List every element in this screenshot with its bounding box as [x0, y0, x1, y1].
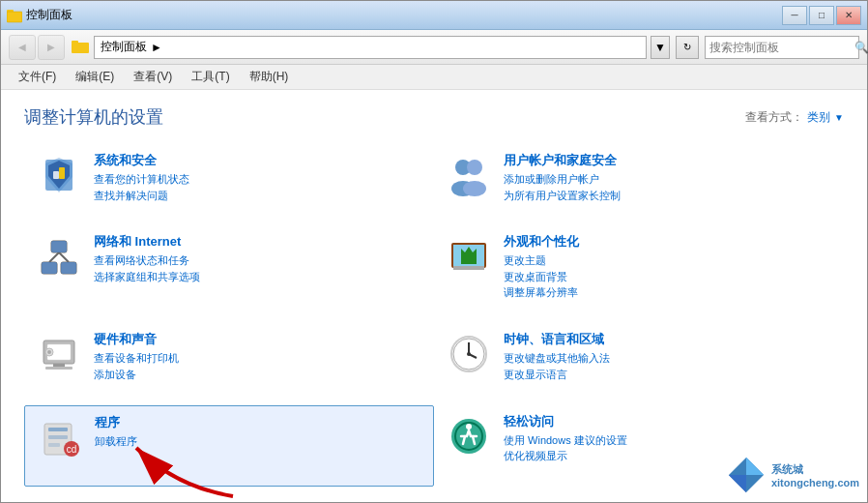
- user-accounts-desc-2: 为所有用户设置家长控制: [504, 188, 621, 204]
- main-wrapper: 调整计算机的设置 查看方式： 类别 ▼: [1, 90, 867, 502]
- address-box[interactable]: 控制面板 ►: [94, 36, 647, 59]
- close-button[interactable]: ✕: [836, 6, 861, 25]
- svg-point-45: [466, 424, 472, 429]
- hardware-text: 硬件和声音 查看设备和打印机 添加设备: [94, 331, 179, 382]
- search-input[interactable]: [709, 41, 854, 54]
- user-accounts-desc: 添加或删除用户帐户 为所有用户设置家长控制: [504, 171, 621, 203]
- network-title: 网络和 Internet: [94, 233, 200, 251]
- search-box[interactable]: 🔍: [705, 36, 859, 59]
- appearance-desc-1: 更改主题: [504, 252, 579, 269]
- menu-tools[interactable]: 工具(T): [186, 67, 235, 87]
- user-accounts-desc-1: 添加或删除用户帐户: [504, 171, 621, 188]
- menu-bar: 文件(F) 编辑(E) 查看(V) 工具(T) 帮助(H): [1, 65, 867, 90]
- system-security-icon: [36, 152, 82, 198]
- svg-rect-40: [48, 443, 60, 447]
- cp-item-system-security[interactable]: 系统和安全 查看您的计算机状态 查找并解决问题: [24, 144, 434, 225]
- title-text: 控制面板: [26, 7, 72, 23]
- clock-icon: [446, 331, 492, 377]
- hardware-icon: [36, 331, 82, 377]
- minimize-button[interactable]: ─: [782, 6, 807, 25]
- watermark-logo: [727, 456, 766, 494]
- cp-item-programs[interactable]: cd 程序 卸载程序: [24, 405, 434, 487]
- svg-rect-19: [42, 262, 57, 274]
- hardware-desc: 查看设备和打印机 添加设备: [94, 350, 179, 382]
- refresh-button[interactable]: ↻: [676, 36, 699, 59]
- items-grid: 系统和安全 查看您的计算机状态 查找并解决问题: [24, 144, 844, 487]
- appearance-title: 外观和个性化: [504, 233, 579, 251]
- hardware-desc-1: 查看设备和打印机: [94, 350, 179, 367]
- programs-text: 程序 卸载程序: [95, 414, 137, 450]
- address-separator: ►: [151, 41, 162, 54]
- cp-item-hardware[interactable]: 硬件和声音 查看设备和打印机 添加设备: [24, 323, 434, 404]
- svg-rect-29: [45, 367, 72, 370]
- accessibility-desc-1: 使用 Windows 建议的设置: [504, 432, 627, 449]
- view-mode-value[interactable]: 类别: [807, 109, 830, 126]
- maximize-button[interactable]: □: [809, 6, 834, 25]
- network-text: 网络和 Internet 查看网络状态和任务 选择家庭组和共享选项: [94, 233, 200, 284]
- clock-title: 时钟、语言和区域: [504, 331, 610, 348]
- svg-marker-51: [729, 475, 746, 492]
- nav-back-forward: ◀ ▶: [9, 35, 65, 60]
- cp-item-clock[interactable]: 时钟、语言和区域 更改键盘或其他输入法 更改显示语言: [434, 323, 844, 404]
- appearance-desc: 更改主题 更改桌面背景 调整屏幕分辨率: [504, 252, 579, 301]
- cp-item-user-accounts[interactable]: 用户帐户和家庭安全 添加或删除用户帐户 为所有用户设置家长控制: [434, 144, 844, 225]
- clock-text: 时钟、语言和区域 更改键盘或其他输入法 更改显示语言: [504, 331, 610, 382]
- programs-desc: 卸载程序: [95, 433, 137, 450]
- title-bar: 控制面板 ─ □ ✕: [1, 1, 867, 30]
- svg-point-13: [463, 181, 486, 196]
- programs-title: 程序: [95, 414, 137, 431]
- svg-line-18: [59, 252, 69, 262]
- user-accounts-icon: [446, 152, 492, 198]
- user-accounts-text: 用户帐户和家庭安全 添加或删除用户帐户 为所有用户设置家长控制: [504, 152, 621, 203]
- page-header: 调整计算机的设置 查看方式： 类别 ▼: [24, 105, 844, 129]
- accessibility-icon: [446, 413, 492, 459]
- watermark-text: 系统城 xitongcheng.com: [771, 462, 859, 488]
- forward-button[interactable]: ▶: [38, 35, 65, 60]
- address-folder-icon: [71, 40, 90, 55]
- svg-rect-38: [48, 428, 68, 431]
- address-dropdown-button[interactable]: ▼: [651, 36, 670, 59]
- main-window: 控制面板 ─ □ ✕ ◀ ▶ 控制面板 ►: [0, 0, 868, 503]
- svg-rect-28: [53, 364, 65, 367]
- search-icon: 🔍: [854, 41, 868, 54]
- title-controls: ─ □ ✕: [782, 6, 861, 25]
- svg-line-17: [49, 252, 59, 262]
- menu-view[interactable]: 查看(V): [128, 67, 178, 87]
- accessibility-desc-2: 优化视频显示: [504, 448, 627, 464]
- user-accounts-title: 用户帐户和家庭安全: [504, 152, 621, 169]
- network-icon: [36, 233, 82, 280]
- svg-rect-8: [53, 171, 59, 179]
- watermark-label1: 系统城: [771, 462, 859, 477]
- svg-marker-50: [746, 458, 764, 475]
- programs-desc-1: 卸载程序: [95, 433, 137, 450]
- svg-text:cd: cd: [67, 444, 77, 455]
- view-mode-arrow-icon[interactable]: ▼: [834, 112, 844, 123]
- menu-help[interactable]: 帮助(H): [244, 67, 295, 87]
- watermark: 系统城 xitongcheng.com: [727, 456, 859, 494]
- svg-rect-0: [7, 12, 22, 22]
- menu-file[interactable]: 文件(F): [13, 67, 62, 87]
- appearance-desc-2: 更改桌面背景: [504, 269, 579, 285]
- cp-item-appearance[interactable]: 外观和个性化 更改主题 更改桌面背景 调整屏幕分辨率: [434, 225, 844, 323]
- hardware-title: 硬件和声音: [94, 331, 179, 348]
- system-security-desc-1: 查看您的计算机状态: [94, 171, 189, 188]
- address-text: 控制面板: [101, 39, 147, 55]
- view-mode-label: 查看方式：: [745, 109, 803, 126]
- programs-icon: cd: [37, 414, 83, 460]
- clock-desc: 更改键盘或其他输入法 更改显示语言: [504, 350, 610, 382]
- view-mode: 查看方式： 类别 ▼: [745, 109, 844, 126]
- svg-point-11: [467, 160, 482, 175]
- svg-rect-4: [72, 41, 78, 44]
- title-bar-left: 控制面板: [7, 7, 72, 23]
- page-title: 调整计算机的设置: [24, 105, 163, 129]
- menu-edit[interactable]: 编辑(E): [70, 67, 120, 87]
- network-desc-2: 选择家庭组和共享选项: [94, 269, 200, 285]
- accessibility-desc: 使用 Windows 建议的设置 优化视频显示: [504, 432, 627, 464]
- cp-item-network[interactable]: 网络和 Internet 查看网络状态和任务 选择家庭组和共享选项: [24, 225, 434, 323]
- appearance-desc-3: 调整屏幕分辨率: [504, 284, 579, 301]
- back-button[interactable]: ◀: [9, 35, 36, 60]
- svg-point-36: [467, 352, 471, 356]
- title-bar-icon: [7, 8, 22, 23]
- address-bar-container: 控制面板 ► ▼: [71, 36, 670, 59]
- svg-rect-21: [51, 241, 67, 252]
